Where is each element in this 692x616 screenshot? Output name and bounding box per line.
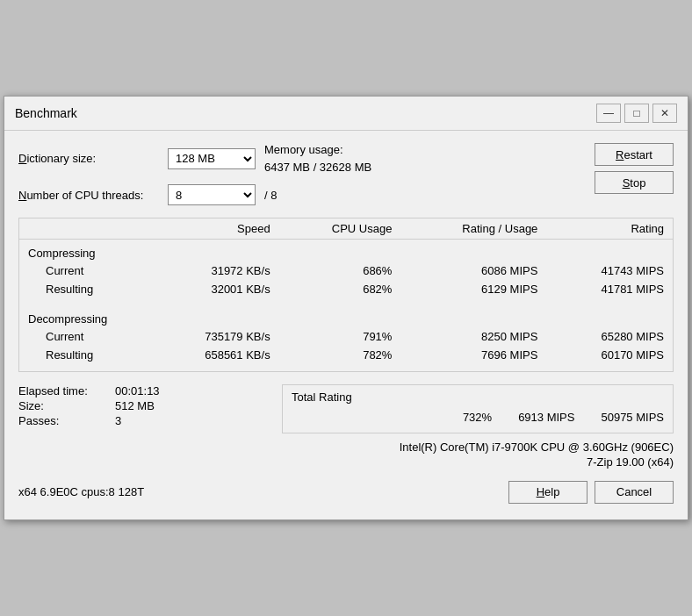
footer-status: x64 6.9E0C cpus:8 128T <box>18 485 144 498</box>
total-rating-values: 732% 6913 MIPS 50975 MIPS <box>292 407 664 427</box>
footer-buttons: Help Cancel <box>508 481 674 504</box>
col-header-rating-usage: Rating / Usage <box>400 218 546 240</box>
decomp-current-rating: 65280 MIPS <box>546 327 673 346</box>
decompressing-header-row: Decompressing <box>19 305 674 327</box>
size-value: 512 MB <box>115 399 155 412</box>
comp-current-label: Current <box>19 261 149 280</box>
decomp-current-speed: 735179 KB/s <box>149 327 279 346</box>
memory-label: Memory usage: <box>264 141 371 159</box>
threads-row: Number of CPU threads: 8 123 4567 / 8 <box>18 184 577 205</box>
decompressing-label: Decompressing <box>19 305 674 327</box>
benchmark-window: Benchmark — □ ✕ Dictionary size: 128 MB … <box>4 96 688 520</box>
window-title: Benchmark <box>15 106 77 120</box>
elapsed-label: Elapsed time: <box>18 384 106 398</box>
section-separator <box>19 298 674 305</box>
decomp-current-label: Current <box>19 327 149 346</box>
compressing-header-row: Compressing <box>19 240 674 262</box>
decomp-resulting-speed: 658561 KB/s <box>149 346 279 364</box>
comp-current-speed: 31972 KB/s <box>149 261 279 280</box>
passes-label: Passes: <box>18 414 106 427</box>
stop-button[interactable]: Stop <box>595 171 674 194</box>
threads-label: Number of CPU threads: <box>18 189 159 202</box>
stats-panel: Elapsed time: 00:01:13 Size: 512 MB Pass… <box>18 384 282 433</box>
minimize-button[interactable]: — <box>596 104 621 123</box>
top-controls: Dictionary size: 128 MB 1 MB2 MB4 MB 8 M… <box>18 141 674 205</box>
section-separator-2 <box>19 364 674 371</box>
decomp-resulting-cpu: 782% <box>279 346 401 364</box>
cpu-info: Intel(R) Core(TM) i7-9700K CPU @ 3.60GHz… <box>18 441 674 454</box>
restart-button[interactable]: Restart <box>595 143 674 166</box>
elapsed-value: 00:01:13 <box>115 384 160 398</box>
total-rating-panel: Total Rating 732% 6913 MIPS 50975 MIPS <box>282 384 674 433</box>
decomp-current-cpu: 791% <box>279 327 401 346</box>
total-rating-rating: 50975 MIPS <box>601 411 664 424</box>
table-row: Current 735179 KB/s 791% 8250 MIPS 65280… <box>19 327 674 346</box>
elapsed-row: Elapsed time: 00:01:13 <box>18 384 282 398</box>
close-button[interactable]: ✕ <box>652 104 677 123</box>
dictionary-row: Dictionary size: 128 MB 1 MB2 MB4 MB 8 M… <box>18 141 577 175</box>
decomp-current-rating-usage: 8250 MIPS <box>400 327 546 346</box>
dictionary-select[interactable]: 128 MB 1 MB2 MB4 MB 8 MB16 MB32 MB 64 MB… <box>168 148 256 169</box>
col-header-label <box>19 218 149 240</box>
main-content: Dictionary size: 128 MB 1 MB2 MB4 MB 8 M… <box>4 131 688 519</box>
comp-resulting-rating: 41781 MIPS <box>546 280 673 298</box>
memory-value: 6437 MB / 32628 MB <box>264 159 371 176</box>
col-header-rating: Rating <box>546 218 673 240</box>
cancel-button[interactable]: Cancel <box>595 481 674 504</box>
total-rating-cpu: 732% <box>463 411 492 424</box>
restore-button[interactable]: □ <box>624 104 649 123</box>
dictionary-label: Dictionary size: <box>18 152 159 165</box>
col-header-cpu: CPU Usage <box>279 218 401 240</box>
comp-current-rating-usage: 6086 MIPS <box>400 261 546 280</box>
table-row: Resulting 658561 KB/s 782% 7696 MIPS 601… <box>19 346 674 364</box>
controls-left: Dictionary size: 128 MB 1 MB2 MB4 MB 8 M… <box>18 141 577 205</box>
title-bar-controls: — □ ✕ <box>596 104 677 123</box>
passes-value: 3 <box>115 414 121 427</box>
comp-current-rating: 41743 MIPS <box>546 261 673 280</box>
table-row: Resulting 32001 KB/s 682% 6129 MIPS 4178… <box>19 280 674 298</box>
title-bar: Benchmark — □ ✕ <box>4 97 688 131</box>
comp-resulting-cpu: 682% <box>279 280 401 298</box>
benchmark-table: Speed CPU Usage Rating / Usage Rating Co… <box>18 218 674 372</box>
table-row: Current 31972 KB/s 686% 6086 MIPS 41743 … <box>19 261 674 280</box>
bottom-section: Elapsed time: 00:01:13 Size: 512 MB Pass… <box>18 384 674 433</box>
help-button[interactable]: Help <box>508 481 587 504</box>
decomp-resulting-rating-usage: 7696 MIPS <box>400 346 546 364</box>
decomp-resulting-label: Resulting <box>19 346 149 364</box>
decomp-resulting-rating: 60170 MIPS <box>546 346 673 364</box>
threads-select[interactable]: 8 123 4567 <box>168 184 256 205</box>
total-rating-title: Total Rating <box>292 390 664 404</box>
col-header-speed: Speed <box>149 218 279 240</box>
threads-max: / 8 <box>264 189 277 202</box>
compressing-label: Compressing <box>19 240 674 262</box>
footer: x64 6.9E0C cpus:8 128T Help Cancel <box>18 477 674 509</box>
comp-resulting-rating-usage: 6129 MIPS <box>400 280 546 298</box>
size-label: Size: <box>18 399 106 412</box>
version-info: 7-Zip 19.00 (x64) <box>18 455 674 469</box>
memory-info: Memory usage: 6437 MB / 32628 MB <box>264 141 371 175</box>
total-rating-rating-usage: 6913 MIPS <box>518 411 574 424</box>
controls-right: Restart Stop <box>595 141 674 194</box>
comp-current-cpu: 686% <box>279 261 401 280</box>
comp-resulting-speed: 32001 KB/s <box>149 280 279 298</box>
size-row: Size: 512 MB <box>18 399 282 412</box>
passes-row: Passes: 3 <box>18 414 282 427</box>
comp-resulting-label: Resulting <box>19 280 149 298</box>
